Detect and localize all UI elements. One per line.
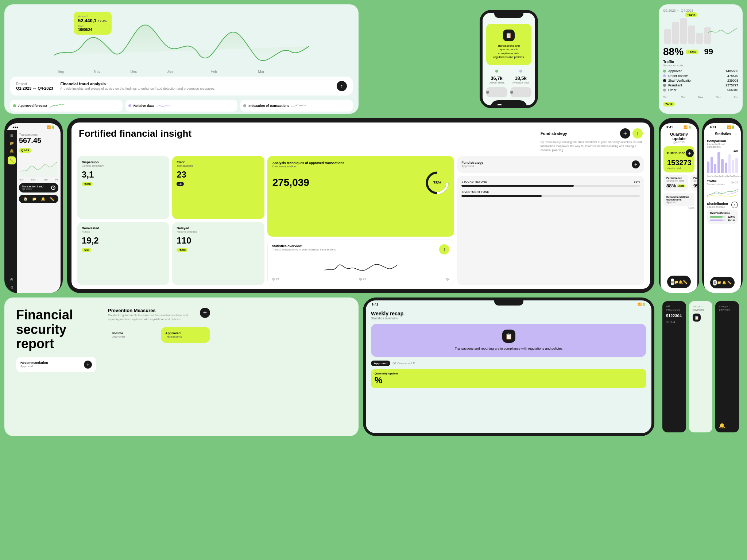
chart-label-mar: Mar bbox=[258, 70, 265, 74]
rec-text: Recommandations transactions Approved bbox=[666, 196, 689, 203]
bot-cards-row: In-time Approved Approved Transactions bbox=[108, 327, 210, 343]
trend-label-card: Transaction trend Q1·2023 ∧ bbox=[19, 183, 58, 192]
dot-card-1 bbox=[486, 87, 507, 97]
mid-left-chart bbox=[19, 155, 58, 177]
nav-bell[interactable]: 🔔 bbox=[509, 104, 515, 105]
legend-list: Approved 1405665 Under review 478540 2ba… bbox=[663, 69, 738, 92]
stats-notch bbox=[708, 118, 737, 123]
stats-back-btn[interactable]: ← bbox=[708, 131, 712, 136]
verification-label: 2ba# Verification bbox=[710, 212, 735, 214]
nav-icon-2[interactable]: 📁 bbox=[32, 197, 36, 201]
prevention-plus[interactable]: + bbox=[200, 308, 210, 318]
indexation-sparkline bbox=[291, 102, 306, 109]
distribution-add[interactable]: + bbox=[686, 149, 694, 157]
ipad-middle-col: Analysis techniques of approved transact… bbox=[267, 156, 454, 285]
svg-rect-0 bbox=[664, 29, 671, 44]
bot-approved-row: Approved Q1·Company·1.D bbox=[371, 361, 646, 366]
nav-icon-3[interactable]: 🔔 bbox=[41, 197, 45, 201]
approved-dot bbox=[13, 104, 16, 107]
reinvested-card: Reinvested Funds 19,2 +21k bbox=[77, 222, 169, 285]
indexation-card: Indexation of transactions bbox=[240, 100, 353, 112]
q-nav-bell[interactable]: 🔔 bbox=[678, 278, 683, 286]
q-nav-folder[interactable]: 📁 bbox=[674, 278, 678, 286]
bot-compliance-card: 📋 Transactions and reporting are in comp… bbox=[371, 324, 646, 357]
perf-prev-row: Performance Source on stats 88% +524k Pr… bbox=[663, 175, 694, 191]
stats-navbar: ⊞ 📁 🔔 ✏️ bbox=[710, 277, 735, 288]
sidebar-icon-3[interactable]: 🔔 bbox=[9, 149, 14, 153]
chart-label-nov: Nov bbox=[94, 70, 101, 74]
q-nav-home[interactable]: ⊞ bbox=[671, 279, 674, 285]
mid-left-screen: ●●● 📶🔋 ⊞ 📁 🔔 ✏️ ⏱ ⚙ Transactions 567.45 … bbox=[7, 123, 61, 293]
s-nav-home[interactable]: ⊞ bbox=[713, 280, 717, 285]
prevention-area: Prevention Measures Conduct regular audi… bbox=[108, 308, 210, 426]
rec-add-btn[interactable]: + bbox=[84, 361, 92, 369]
analysis-content: 275,039 75% bbox=[272, 171, 449, 195]
ver-bar-2 bbox=[710, 219, 725, 221]
bar-5 bbox=[721, 159, 724, 173]
nav-icon-1[interactable]: 🏠 bbox=[23, 197, 28, 201]
error-card: Error Transactions 23 -4k bbox=[172, 156, 264, 219]
bar-6 bbox=[725, 163, 727, 173]
distribution-text: Discbribution Source on stats bbox=[707, 202, 728, 208]
nav-edit[interactable]: ✏️ bbox=[515, 104, 521, 105]
mid-left-main: Transactions 567.45 Q1·23 Nov Dec Jan Fe bbox=[17, 130, 61, 293]
analysis-sub: Data manipulation bbox=[272, 165, 449, 168]
fund-up-btn[interactable]: ↑ bbox=[632, 128, 643, 139]
amount-value: 52,440,1 17,4% bbox=[78, 18, 107, 23]
sidebar-icon-1[interactable]: ⊞ bbox=[10, 133, 13, 137]
ver-bar-1 bbox=[710, 216, 725, 218]
quarterly-navbar: ⊞ 📁 🔔 ✏️ bbox=[667, 276, 691, 288]
legend-other: Other 566040 bbox=[663, 88, 738, 92]
delayed-badge: +524k bbox=[177, 248, 187, 252]
report-upload-btn[interactable]: ↑ bbox=[337, 81, 347, 91]
stats-overview-btn[interactable]: ↑ bbox=[439, 244, 449, 254]
br-val-1: $122304 bbox=[666, 314, 682, 318]
avgflow-value: 18,5k bbox=[510, 75, 531, 81]
fund-strategy-add[interactable]: + bbox=[632, 160, 640, 168]
distribution-card: Distribution + 153273 checks total bbox=[663, 146, 694, 172]
sidebar-icon-2[interactable]: 📁 bbox=[9, 141, 14, 145]
dist-up-btn[interactable]: ↑ bbox=[731, 202, 738, 208]
perf-values: 88% +524k bbox=[666, 183, 685, 188]
s-nav-folder[interactable]: 📁 bbox=[717, 279, 722, 287]
bar-1 bbox=[707, 162, 709, 174]
nav-folder[interactable]: 📁 bbox=[503, 104, 509, 105]
nav-home[interactable]: ⊞ bbox=[496, 104, 503, 105]
prevention-card: Prevention Source on stats 99% +17.4k bbox=[690, 175, 697, 191]
quarterly-content: Quarterly update Q4·2023 Distribution + … bbox=[661, 130, 697, 276]
s-nav-bell[interactable]: 🔔 bbox=[722, 279, 727, 287]
stats-nav: ⊞ 📁 🔔 ✏️ bbox=[706, 277, 739, 291]
approved-sparkline bbox=[50, 102, 64, 109]
top-bar-chart: +524k bbox=[663, 15, 738, 44]
bot-quarterly-mini: Quarterly update % bbox=[371, 369, 646, 388]
sidebar-icon-4[interactable]: ⏱ bbox=[10, 278, 13, 282]
bot-compliance-text: Transactions and reporting are in compli… bbox=[377, 346, 640, 351]
approved-bot-card: Approved Transactions bbox=[161, 327, 210, 343]
svg-rect-2 bbox=[680, 18, 687, 44]
reinvested-badge: +21k bbox=[82, 248, 91, 252]
stats-overview-title: Statistics overview bbox=[272, 244, 336, 248]
stats-period: Q2·2023 ↔ Q4·2023 bbox=[663, 9, 738, 12]
bot-phone-content: Weekly recap Statistics overview 📋 Trans… bbox=[366, 307, 651, 392]
fund-plus-btn[interactable]: + bbox=[620, 128, 630, 139]
top-stats-card: Q2·2023 ↔ Q4·2023 +524k 88% +524k bbox=[659, 4, 743, 114]
mid-left-status: ●●● 📶🔋 bbox=[7, 123, 61, 130]
legend-fraudlent: Fraudlent 2375777 bbox=[663, 83, 738, 87]
stats-more[interactable]: ··· bbox=[734, 132, 737, 136]
compliance-icon: 📋 bbox=[503, 30, 515, 41]
mid-right-phones: 9:41 📶🔋 Quarterly update Q4·2023 Distrib… bbox=[659, 118, 743, 293]
in-time-title: In-time bbox=[112, 331, 153, 335]
circle-progress: 75% bbox=[425, 171, 449, 195]
sidebar-icon-5[interactable]: ⚙ bbox=[10, 285, 13, 289]
br-label-3: margin payment bbox=[719, 305, 735, 311]
s-nav-edit[interactable]: ✏️ bbox=[727, 279, 732, 287]
weekly-recap-sub: Statistics overview bbox=[371, 316, 646, 320]
nav-icon-4[interactable]: ✏️ bbox=[50, 197, 54, 201]
percent-99: 99 bbox=[704, 47, 713, 57]
q-nav-edit[interactable]: ✏️ bbox=[683, 278, 687, 286]
q-labels: Q4·23 Q4·23 Q4 bbox=[272, 278, 450, 280]
br-icon-2: 📋 bbox=[693, 314, 701, 322]
delayed-sub: Next to process bbox=[177, 230, 260, 233]
sidebar-icon-active[interactable]: ✏️ bbox=[8, 156, 16, 164]
quarterly-phone-device: 9:41 📶🔋 Quarterly update Q4·2023 Distrib… bbox=[659, 118, 699, 293]
